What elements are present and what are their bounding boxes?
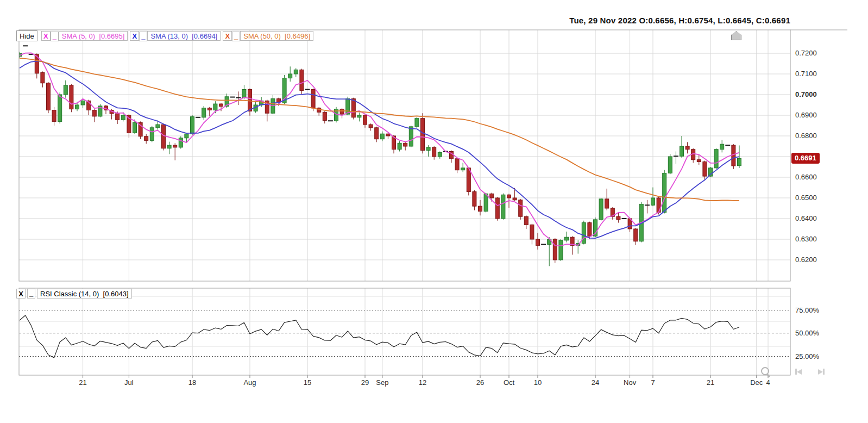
price-axis-label: 0.7100 — [795, 70, 817, 78]
price-axis-label: 0.7200 — [795, 49, 817, 57]
sma-50-minimize-button[interactable]: _ — [232, 32, 240, 41]
price-axis-label: 0.6800 — [795, 132, 817, 140]
chart-canvas[interactable] — [0, 0, 868, 423]
rsi-minimize-button[interactable]: _ — [27, 289, 35, 298]
price-axis-label: 0.6600 — [795, 173, 817, 181]
price-axis-label: 0.6500 — [795, 194, 817, 202]
time-axis-label: 12 — [419, 378, 426, 387]
skip-to-start-icon[interactable] — [795, 369, 802, 375]
price-axis-label: 0.6400 — [795, 214, 817, 222]
sma-5-minimize-button[interactable]: _ — [51, 32, 59, 41]
time-axis-label: Nov — [624, 378, 636, 387]
time-axis-label: Dec — [750, 378, 763, 387]
price-axis-label: 0.6200 — [795, 256, 817, 264]
time-axis-label: 24 — [592, 378, 599, 387]
rsi-remove-button[interactable]: X — [16, 289, 26, 298]
sma-5-remove-button[interactable]: X — [41, 31, 51, 41]
time-axis-label: 29 — [361, 378, 369, 387]
rsi-axis-label: 75.00% — [795, 306, 819, 314]
price-axis-label: 0.6900 — [795, 111, 817, 119]
time-axis-label: Sep — [376, 378, 388, 387]
skip-to-end-icon[interactable] — [818, 369, 825, 375]
sma-13-minimize-button[interactable]: _ — [139, 32, 147, 41]
sma-50-indicator-label[interactable]: SMA (50, 0) [0.6496] — [240, 31, 313, 41]
time-axis-label: 4 — [766, 378, 770, 387]
hide-button[interactable]: Hide — [16, 30, 37, 41]
sma-13-indicator-label[interactable]: SMA (13, 0) [0.6694] — [147, 31, 221, 41]
price-axis-label: 0.6300 — [795, 235, 817, 243]
time-axis-label: 21 — [707, 378, 714, 387]
rsi-legend: X _ RSI Classic (14, 0) [0.6043] — [16, 289, 132, 298]
time-axis-label: 21 — [79, 378, 86, 387]
price-axis-label: 0.7000 — [795, 90, 817, 98]
last-price-badge: 0.6691 — [791, 153, 820, 164]
sma-50-remove-button[interactable]: X — [223, 31, 232, 41]
time-axis-label: 26 — [476, 378, 484, 387]
time-axis-label: Oct — [504, 378, 514, 387]
zoom-icon[interactable] — [760, 366, 771, 377]
time-axis-label: Jul — [124, 378, 134, 387]
rsi-axis-label: 50.00% — [795, 329, 819, 337]
time-axis-label: Aug — [243, 378, 256, 387]
rsi-indicator-label[interactable]: RSI Classic (14, 0) [0.6043] — [37, 289, 132, 298]
trading-chart-app: Tue, 29 Nov 2022 O:0.6656, H:0.6754, L:0… — [0, 0, 868, 423]
main-chart-legend: Hide X_SMA (5, 0) [0.6695]X_SMA (13, 0) … — [16, 30, 316, 41]
rsi-axis-label: 25.00% — [795, 352, 819, 360]
zoom-handle — [766, 374, 770, 377]
ohlc-readout: Tue, 29 Nov 2022 O:0.6656, H:0.6754, L:0… — [569, 16, 790, 25]
time-axis-label: 10 — [534, 378, 542, 387]
sma-13-remove-button[interactable]: X — [130, 31, 139, 41]
time-axis-label: 18 — [188, 378, 196, 387]
sma-5-indicator-label[interactable]: SMA (5, 0) [0.6695] — [59, 31, 128, 41]
indicator-buttons: X_SMA (5, 0) [0.6695]X_SMA (13, 0) [0.66… — [41, 31, 316, 41]
time-axis-label: 7 — [651, 378, 655, 387]
time-axis-label: 15 — [304, 378, 311, 387]
